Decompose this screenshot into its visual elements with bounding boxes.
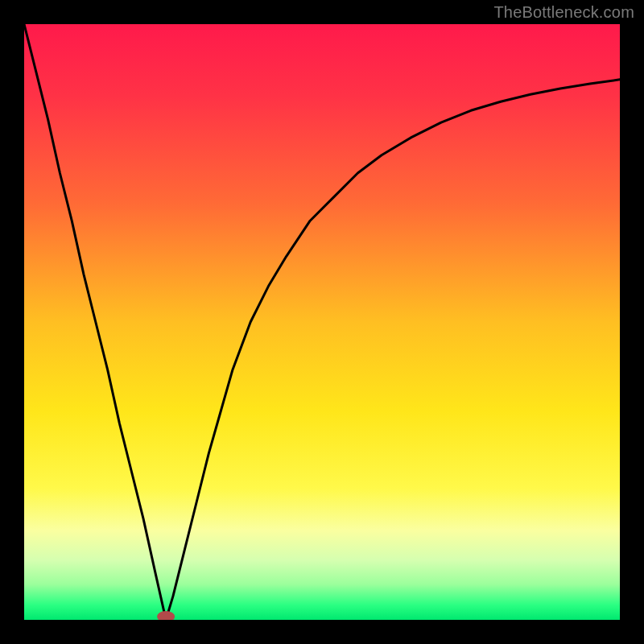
bottleneck-chart: [24, 24, 620, 620]
plot-area: [24, 24, 620, 620]
chart-frame: TheBottleneck.com: [0, 0, 644, 644]
watermark-text: TheBottleneck.com: [493, 3, 634, 22]
gradient-background: [24, 24, 620, 620]
